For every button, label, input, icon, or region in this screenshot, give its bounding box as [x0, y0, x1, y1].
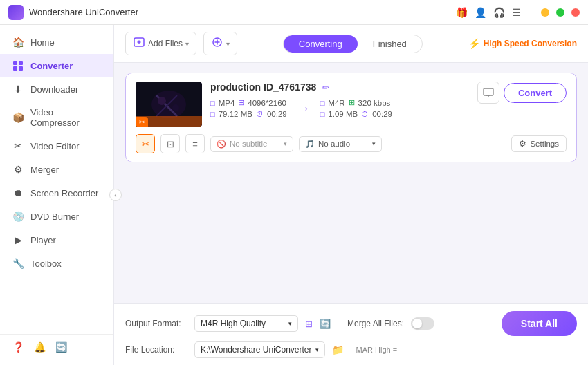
sidebar-bottom: ❓ 🔔 🔄 [0, 334, 113, 359]
svg-rect-2 [13, 66, 17, 71]
downloader-icon: ⬇ [12, 84, 24, 95]
audio-placeholder: No audio [318, 140, 350, 148]
output-format-row: □ M4R ⊞ 320 kbps [320, 98, 392, 107]
refresh-icon[interactable]: 🔄 [320, 319, 331, 329]
source-meta: □ MP4 ⊞ 4096*2160 □ 79.12 MB ⏱ 00:29 [210, 98, 287, 118]
svg-point-11 [172, 104, 179, 111]
player-icon: ▶ [12, 234, 24, 245]
user-icon[interactable]: 👤 [475, 7, 486, 18]
svg-point-10 [158, 97, 166, 105]
output-format-select[interactable]: M4R High Quality ▾ [194, 315, 298, 332]
output-format-value: M4R High Quality [201, 319, 266, 328]
output-size-row: □ 1.09 MB ⏱ 00:29 [320, 110, 392, 118]
sidebar-item-converter[interactable]: Converter [0, 54, 113, 77]
toolbox-icon: 🔧 [12, 258, 24, 269]
file-info: production ID_4761738 ✏ □ MP4 ⊞ 4096*216 [210, 82, 469, 118]
main-layout: 🏠 Home Converter ⬇ Downloader 📦 Video Co… [0, 25, 588, 365]
output-size-icon: □ [320, 110, 325, 118]
file-meta-row: □ MP4 ⊞ 4096*2160 □ 79.12 MB ⏱ 00:29 [210, 98, 469, 118]
converter-icon [12, 60, 24, 71]
audio-chevron: ▾ [372, 140, 376, 147]
convert-arrow-icon: → [297, 100, 311, 116]
titlebar-controls: 🎁 👤 🎧 ☰ [456, 7, 580, 18]
help-icon[interactable]: ❓ [12, 341, 24, 353]
app-logo [8, 5, 24, 20]
sidebar-item-toolbox[interactable]: 🔧 Toolbox [0, 252, 113, 275]
merge-toggle[interactable] [411, 317, 434, 330]
output-format-row: Output Format: M4R High Quality ▾ ⊞ 🔄 Me… [125, 311, 577, 336]
add-extra-icon [211, 36, 223, 51]
minimize-button[interactable] [541, 8, 549, 17]
settings-gear-icon: ⚙ [519, 139, 526, 149]
output-size: 1.09 MB [328, 110, 358, 118]
mar-high-label: MAR High = [356, 346, 398, 354]
start-all-button[interactable]: Start All [502, 311, 577, 336]
output-format-label: Output Format: [125, 319, 187, 328]
headset-icon[interactable]: 🎧 [493, 7, 505, 18]
merge-all-label: Merge All Files: [347, 319, 404, 328]
sidebar-item-player[interactable]: ▶ Player [0, 228, 113, 252]
output-duration: 00:29 [372, 110, 392, 118]
file-title-row: production ID_4761738 ✏ [210, 82, 469, 93]
subtitle-select[interactable]: 🚫 No subtitle ▾ [210, 136, 293, 152]
home-icon: 🏠 [12, 37, 24, 48]
titlebar: Wondershare UniConverter 🎁 👤 🎧 ☰ [0, 0, 588, 25]
sidebar-item-label: Screen Recorder [30, 188, 98, 198]
menu-icon[interactable]: ☰ [512, 7, 521, 18]
add-files-button[interactable]: Add Files ▾ [125, 32, 196, 55]
add-files-chevron: ▾ [185, 40, 189, 48]
qr-icon[interactable]: ⊞ [305, 319, 313, 329]
sidebar-item-dvd-burner[interactable]: 💿 DVD Burner [0, 205, 113, 228]
resolution-icon: ⊞ [238, 98, 244, 107]
folder-icon[interactable]: 📁 [332, 344, 344, 355]
audio-icon: 🎵 [305, 140, 315, 149]
maximize-button[interactable] [556, 8, 564, 17]
sidebar-item-label: Player [30, 235, 56, 245]
sidebar-item-screen-recorder[interactable]: ⏺ Screen Recorder [0, 181, 113, 205]
device-icon[interactable] [477, 82, 499, 104]
bell-icon[interactable]: 🔔 [34, 341, 46, 353]
app-title: Wondershare UniConverter [29, 7, 456, 17]
sidebar-item-video-editor[interactable]: ✂ Video Editor [0, 134, 113, 158]
svg-rect-3 [19, 66, 23, 71]
trim-button[interactable]: ✂ [136, 134, 155, 153]
sync-icon[interactable]: 🔄 [55, 341, 67, 353]
compressor-icon: 📦 [12, 112, 24, 123]
recorder-icon: ⏺ [12, 187, 24, 198]
file-location-select[interactable]: K:\Wondershare UniConverter ▾ [194, 341, 325, 358]
sidebar: 🏠 Home Converter ⬇ Downloader 📦 Video Co… [0, 25, 114, 365]
add-extra-button[interactable]: ▾ [203, 32, 237, 55]
effects-button[interactable]: ≡ [185, 134, 205, 153]
sidebar-item-merger[interactable]: ⚙ Merger [0, 158, 113, 181]
subtitle-placeholder: No subtitle [230, 140, 267, 148]
settings-label: Settings [530, 140, 559, 148]
tab-finished[interactable]: Finished [358, 35, 422, 53]
divider [531, 8, 531, 17]
collapse-sidebar-button[interactable]: ‹ [109, 189, 122, 201]
file-location-label: File Location: [125, 345, 187, 355]
settings-button[interactable]: ⚙ Settings [511, 135, 567, 152]
tab-converting[interactable]: Converting [284, 35, 358, 53]
convert-button[interactable]: Convert [504, 83, 567, 103]
file-card-top: ✂ production ID_4761738 ✏ □ [136, 82, 567, 127]
convert-actions: Convert [477, 82, 567, 104]
sidebar-item-label: Home [30, 37, 55, 48]
high-speed-conversion[interactable]: ⚡ High Speed Conversion [468, 38, 577, 49]
add-extra-chevron: ▾ [226, 40, 230, 48]
output-format-icon: □ [320, 99, 325, 107]
sidebar-item-video-compressor[interactable]: 📦 Video Compressor [0, 101, 113, 134]
sidebar-item-home[interactable]: 🏠 Home [0, 30, 113, 54]
sidebar-item-label: Video Editor [30, 141, 80, 151]
crop-button[interactable]: ⊡ [160, 134, 180, 153]
sidebar-item-label: Video Compressor [30, 107, 101, 128]
duration-icon: ⏱ [256, 110, 264, 118]
bottom-bar: Output Format: M4R High Quality ▾ ⊞ 🔄 Me… [114, 303, 588, 365]
edit-title-icon[interactable]: ✏ [322, 82, 329, 93]
merger-icon: ⚙ [12, 164, 24, 175]
sidebar-item-downloader[interactable]: ⬇ Downloader [0, 77, 113, 101]
toolbar: Add Files ▾ ▾ Converting Finished [114, 25, 588, 63]
close-button[interactable] [571, 8, 580, 17]
gift-icon[interactable]: 🎁 [456, 7, 468, 18]
audio-select[interactable]: 🎵 No audio ▾ [299, 136, 382, 152]
svg-rect-1 [19, 61, 23, 65]
